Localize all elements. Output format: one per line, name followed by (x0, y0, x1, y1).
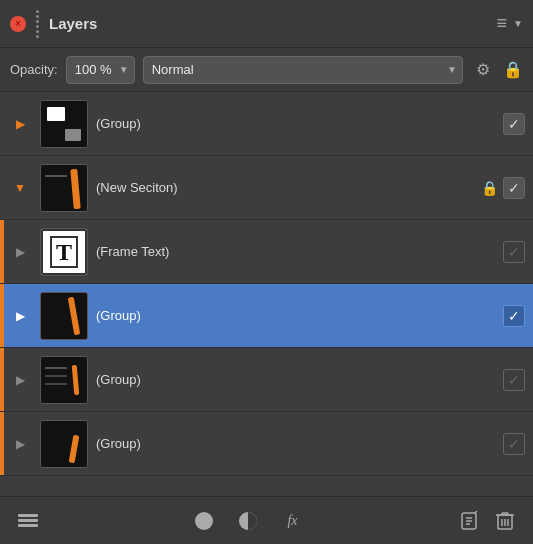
title-bar: × Layers ≡ ▼ (0, 0, 533, 48)
layer-row[interactable]: ▶ (Group) ✓ (0, 284, 533, 348)
layer-row[interactable]: ▶ (Group) ✓ (0, 412, 533, 476)
group-orange-elem (69, 434, 80, 463)
circle-icon (194, 511, 214, 531)
layer-name: (Group) (96, 372, 503, 387)
group-thumbnail (41, 101, 87, 147)
blend-mode-wrapper: Normal Dissolve Multiply Screen Overlay … (143, 56, 463, 84)
layer-visibility-checkbox[interactable]: ✓ (503, 369, 525, 391)
group-line3 (45, 383, 67, 385)
section-line (45, 175, 67, 177)
close-button[interactable]: × (10, 16, 26, 32)
layer-row[interactable]: ▼ (New Seciton) 🔒 ✓ (0, 156, 533, 220)
half-circle-icon (238, 511, 258, 531)
layer-name: (New Seciton) (96, 180, 479, 195)
settings-gear-icon[interactable]: ⚙ (471, 58, 495, 82)
group-pin (72, 364, 80, 394)
layer-name: (Group) (96, 308, 503, 323)
bottom-toolbar: fx (0, 496, 533, 544)
text-thumbnail-label: T (50, 236, 78, 268)
layer-name: (Frame Text) (96, 244, 503, 259)
layer-visibility-checkbox[interactable]: ✓ (503, 113, 525, 135)
layer-thumbnail: T (40, 228, 88, 276)
layer-row[interactable]: ▶ (Group) ✓ (0, 92, 533, 156)
menu-chevron-icon: ▼ (513, 18, 523, 29)
group-line1 (45, 367, 67, 369)
drag-handle[interactable] (34, 8, 41, 40)
layer-name: (Group) (96, 436, 503, 451)
layer-expand-button[interactable]: ▶ (8, 304, 32, 328)
circle-button[interactable] (188, 505, 220, 537)
group-orange-pin (68, 296, 81, 334)
svg-rect-0 (18, 524, 38, 527)
layer-name: (Group) (96, 116, 503, 131)
panel-menu-button[interactable]: ≡ ▼ (497, 13, 523, 34)
svg-point-3 (195, 512, 213, 530)
layers-panel: × Layers ≡ ▼ Opacity: 100 % 75 % 50 % 25… (0, 0, 533, 544)
opacity-label: Opacity: (10, 62, 58, 77)
half-circle-button[interactable] (232, 505, 264, 537)
window-controls: × (10, 8, 41, 40)
layer-thumbnail (40, 292, 88, 340)
layer-row[interactable]: ▶ (Group) ✓ (0, 348, 533, 412)
blend-mode-select[interactable]: Normal Dissolve Multiply Screen Overlay (143, 56, 463, 84)
layers-stack-button[interactable] (12, 505, 44, 537)
layer-visibility-checkbox[interactable]: ✓ (503, 241, 525, 263)
opacity-lock-icon[interactable]: 🔒 (503, 60, 523, 80)
layer-visibility-checkbox[interactable]: ✓ (503, 305, 525, 327)
new-layer-icon (459, 511, 479, 531)
layer-thumbnail (40, 164, 88, 212)
delete-layer-button[interactable] (489, 505, 521, 537)
layer-thumbnail (40, 356, 88, 404)
layer-thumbnail (40, 100, 88, 148)
new-layer-button[interactable] (453, 505, 485, 537)
panel-title: Layers (49, 15, 97, 32)
layer-visibility-checkbox[interactable]: ✓ (503, 433, 525, 455)
layer-expand-button[interactable]: ▶ (8, 112, 32, 136)
fx-label: fx (287, 513, 297, 529)
layer-row[interactable]: ▶ T (Frame Text) ✓ (0, 220, 533, 284)
layer-thumbnail (40, 420, 88, 468)
layer-lock-icon[interactable]: 🔒 (479, 178, 499, 198)
svg-rect-1 (18, 519, 38, 522)
layer-expand-button[interactable]: ▶ (8, 432, 32, 456)
fx-button[interactable]: fx (276, 505, 308, 537)
opacity-select-wrapper: 100 % 75 % 50 % 25 % 0 % ▼ (66, 56, 135, 84)
trash-icon (496, 511, 514, 531)
layer-expand-button[interactable]: ▼ (8, 176, 32, 200)
text-thumbnail: T (41, 229, 87, 275)
layers-list: ▶ (Group) ✓ ▼ (New Seciton) 🔒 ✓ ▶ T (0, 92, 533, 496)
opacity-bar: Opacity: 100 % 75 % 50 % 25 % 0 % ▼ Norm… (0, 48, 533, 92)
layer-expand-button[interactable]: ▶ (8, 240, 32, 264)
layer-visibility-checkbox[interactable]: ✓ (503, 177, 525, 199)
layer-expand-button[interactable]: ▶ (8, 368, 32, 392)
group-line2 (45, 375, 67, 377)
svg-rect-2 (18, 514, 38, 517)
section-orange-element (70, 168, 80, 208)
layers-icon (18, 512, 38, 530)
opacity-select[interactable]: 100 % 75 % 50 % 25 % 0 % (66, 56, 135, 84)
